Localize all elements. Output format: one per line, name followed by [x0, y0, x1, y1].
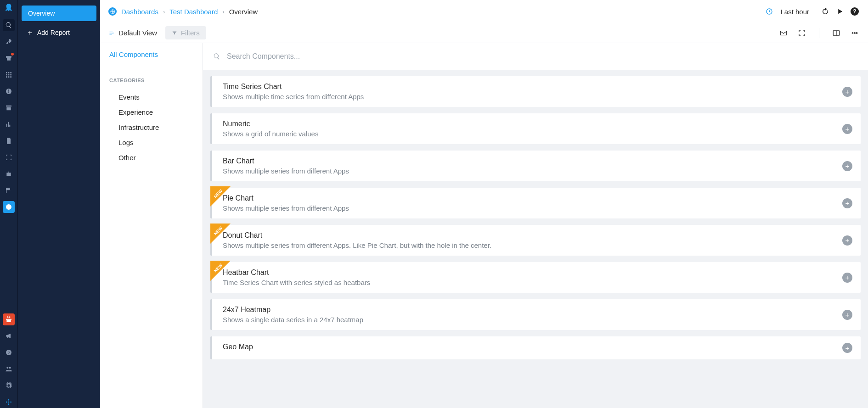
component-title: Donut Chart: [223, 231, 835, 240]
category-item[interactable]: Experience: [109, 105, 193, 120]
more-menu-icon[interactable]: [850, 28, 860, 38]
component-card[interactable]: Time Series ChartShows multiple time ser…: [210, 76, 861, 107]
dashboard-globe-icon: [108, 7, 117, 16]
rail-scan-icon[interactable]: [3, 151, 15, 163]
svg-rect-2: [8, 92, 9, 93]
rail-help-icon[interactable]: ?: [3, 347, 15, 358]
filters-label: Filters: [181, 29, 200, 37]
component-title: Bar Chart: [223, 157, 835, 165]
component-title: Geo Map: [223, 343, 835, 351]
add-component-button[interactable]: +: [842, 273, 852, 283]
component-card[interactable]: Bar ChartShows multiple series from diff…: [210, 151, 861, 181]
play-icon[interactable]: [835, 6, 845, 17]
component-card[interactable]: NEWDonut ChartShows multiple series from…: [210, 225, 861, 256]
category-item[interactable]: Other: [109, 150, 193, 165]
add-component-button[interactable]: +: [842, 198, 852, 208]
breadcrumb-test-dashboard[interactable]: Test Dashboard: [169, 8, 218, 16]
component-title: Time Series Chart: [223, 83, 835, 91]
svg-point-9: [6, 402, 7, 403]
add-component-button[interactable]: +: [842, 161, 852, 171]
add-component-button[interactable]: +: [842, 343, 852, 353]
add-report-label: Add Report: [37, 29, 70, 36]
rail-document-icon[interactable]: [3, 135, 15, 147]
component-title: Numeric: [223, 120, 835, 128]
component-card[interactable]: NumericShows a grid of numeric values+: [210, 113, 861, 144]
svg-rect-1: [8, 89, 9, 92]
component-desc: Shows multiple series from different App…: [223, 167, 835, 175]
view-bar: Default View Filters: [100, 23, 868, 43]
divider: [819, 28, 819, 38]
component-card[interactable]: NEWHeatbar ChartTime Series Chart with s…: [210, 262, 861, 293]
rail-gift-icon[interactable]: [3, 313, 15, 325]
search-icon: [213, 53, 220, 60]
rail-inbox-icon[interactable]: [3, 52, 15, 64]
breadcrumb-sep-1: ›: [163, 8, 165, 15]
add-component-button[interactable]: +: [842, 310, 852, 320]
component-desc: Shows a single data series in a 24x7 hea…: [223, 316, 835, 324]
reports-sidebar: Overview ＋ Add Report: [17, 0, 100, 408]
all-components-link[interactable]: All Components: [109, 50, 193, 58]
component-card[interactable]: Geo Map+: [210, 336, 861, 359]
rail-rocket-icon[interactable]: [3, 36, 15, 48]
rail-archive-icon[interactable]: [3, 102, 15, 114]
svg-point-12: [8, 402, 10, 403]
svg-point-6: [6, 367, 8, 369]
top-bar: Dashboards › Test Dashboard › Overview L…: [100, 0, 868, 23]
rail-settings-icon[interactable]: [3, 380, 15, 391]
search-components-input[interactable]: [227, 52, 858, 61]
breadcrumb-dashboards[interactable]: Dashboards: [121, 8, 158, 16]
help-icon[interactable]: ?: [850, 6, 860, 17]
rail-dashboards-icon[interactable]: [3, 201, 15, 213]
svg-point-10: [10, 402, 11, 403]
clock-icon[interactable]: [766, 8, 773, 15]
time-range-label[interactable]: Last hour: [780, 8, 809, 16]
svg-rect-15: [780, 31, 787, 35]
breadcrumb-current: Overview: [229, 8, 258, 16]
mail-icon[interactable]: [778, 28, 789, 38]
icon-rail: ?: [0, 0, 17, 408]
rail-bot-icon[interactable]: [3, 168, 15, 180]
component-title: Pie Chart: [223, 194, 835, 202]
filters-button[interactable]: Filters: [165, 26, 206, 39]
add-component-button[interactable]: +: [842, 87, 852, 97]
svg-point-17: [852, 32, 853, 34]
breadcrumb-sep-2: ›: [222, 8, 224, 15]
svg-point-7: [9, 367, 11, 369]
global-search-icon[interactable]: [3, 19, 15, 31]
rail-alert-icon[interactable]: [3, 85, 15, 97]
svg-point-19: [856, 32, 857, 34]
category-item[interactable]: Events: [109, 89, 193, 105]
component-title: 24x7 Heatmap: [223, 306, 835, 314]
brand-logo-icon[interactable]: [3, 3, 15, 15]
svg-text:?: ?: [8, 351, 10, 355]
content-area: All Components CATEGORIES EventsExperien…: [100, 43, 868, 408]
component-cards: Time Series ChartShows multiple time ser…: [203, 70, 868, 408]
refresh-icon[interactable]: [820, 6, 830, 17]
fullscreen-icon[interactable]: [797, 28, 807, 38]
component-card[interactable]: NEWPie ChartShows multiple series from d…: [210, 188, 861, 218]
rail-chart-icon[interactable]: [3, 118, 15, 130]
rail-grid-icon[interactable]: [3, 69, 15, 81]
rail-users-icon[interactable]: [3, 363, 15, 375]
overview-tab[interactable]: Overview: [22, 6, 96, 21]
panel-toggle-icon[interactable]: [831, 28, 841, 38]
plus-icon: ＋: [26, 29, 34, 36]
rail-cluster-icon[interactable]: [3, 396, 15, 408]
notification-dot: [11, 53, 14, 56]
category-item[interactable]: Infrastructure: [109, 120, 193, 135]
component-title: Heatbar Chart: [223, 268, 835, 277]
component-desc: Shows a grid of numeric values: [223, 130, 835, 138]
add-report-button[interactable]: ＋ Add Report: [22, 25, 96, 40]
component-card[interactable]: 24x7 HeatmapShows a single data series i…: [210, 299, 861, 330]
rail-flag-icon[interactable]: [3, 184, 15, 196]
component-desc: Shows multiple series from different App…: [223, 241, 835, 249]
search-row: [203, 43, 868, 70]
component-desc: Shows multiple series from different App…: [223, 204, 835, 212]
categories-heading: CATEGORIES: [109, 78, 193, 83]
rail-megaphone-icon[interactable]: [3, 330, 15, 342]
add-component-button[interactable]: +: [842, 235, 852, 246]
category-item[interactable]: Logs: [109, 135, 193, 150]
default-view-button[interactable]: Default View: [108, 29, 157, 37]
add-component-button[interactable]: +: [842, 124, 852, 134]
svg-point-11: [8, 403, 10, 405]
